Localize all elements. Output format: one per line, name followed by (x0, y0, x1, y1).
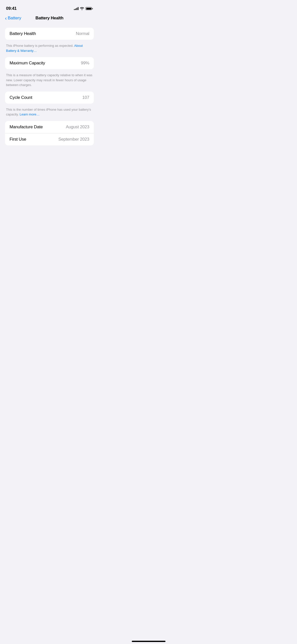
nav-bar: ‹ Battery Battery Health (0, 14, 99, 24)
cycle-count-row: Cycle Count 107 (5, 92, 94, 104)
maximum-capacity-label: Maximum Capacity (10, 61, 45, 66)
main-content: Battery Health Normal This iPhone batter… (0, 24, 99, 145)
battery-health-value: Normal (76, 31, 89, 36)
learn-more-link[interactable]: Learn more… (20, 112, 39, 116)
battery-icon (86, 7, 93, 10)
cycle-count-card: Cycle Count 107 (5, 92, 94, 104)
manufacture-date-value: August 2023 (66, 125, 89, 130)
first-use-label: First Use (10, 137, 26, 142)
wifi-icon (80, 7, 84, 10)
maximum-capacity-description: This is a measure of battery capacity re… (5, 71, 94, 92)
battery-health-card: Battery Health Normal (5, 28, 94, 40)
battery-health-description: This iPhone battery is performing as exp… (5, 42, 94, 57)
first-use-value: September 2023 (58, 137, 89, 142)
status-time: 09:41 (6, 6, 17, 11)
maximum-capacity-value: 99% (81, 61, 89, 66)
back-button[interactable]: ‹ Battery (5, 16, 21, 21)
dates-card: Manufacture Date August 2023 First Use S… (5, 121, 94, 145)
manufacture-date-label: Manufacture Date (10, 125, 43, 130)
battery-health-row: Battery Health Normal (5, 28, 94, 40)
status-icons (74, 7, 93, 10)
back-label: Battery (8, 16, 21, 21)
manufacture-date-row: Manufacture Date August 2023 (5, 121, 94, 133)
cycle-count-label: Cycle Count (10, 95, 32, 100)
battery-health-label: Battery Health (10, 31, 36, 36)
back-chevron-icon: ‹ (5, 16, 7, 21)
status-bar: 09:41 (0, 0, 99, 14)
signal-icon (74, 7, 78, 10)
cycle-count-value: 107 (82, 95, 89, 100)
cycle-count-description: This is the number of times iPhone has u… (5, 106, 94, 121)
maximum-capacity-row: Maximum Capacity 99% (5, 57, 94, 69)
maximum-capacity-card: Maximum Capacity 99% (5, 57, 94, 69)
page-title: Battery Health (35, 16, 63, 21)
first-use-row: First Use September 2023 (5, 133, 94, 145)
